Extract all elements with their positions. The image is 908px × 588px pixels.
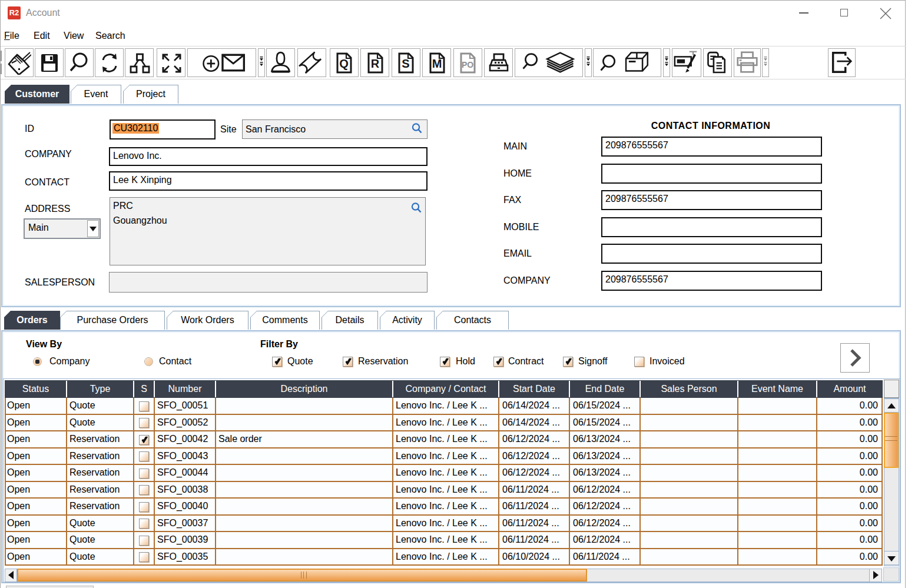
- svg-text:R: R: [370, 57, 379, 70]
- svg-text:M: M: [432, 57, 442, 70]
- svg-text:PO: PO: [462, 60, 473, 69]
- svg-text:S: S: [402, 57, 409, 70]
- svg-text:Q: Q: [339, 57, 349, 70]
